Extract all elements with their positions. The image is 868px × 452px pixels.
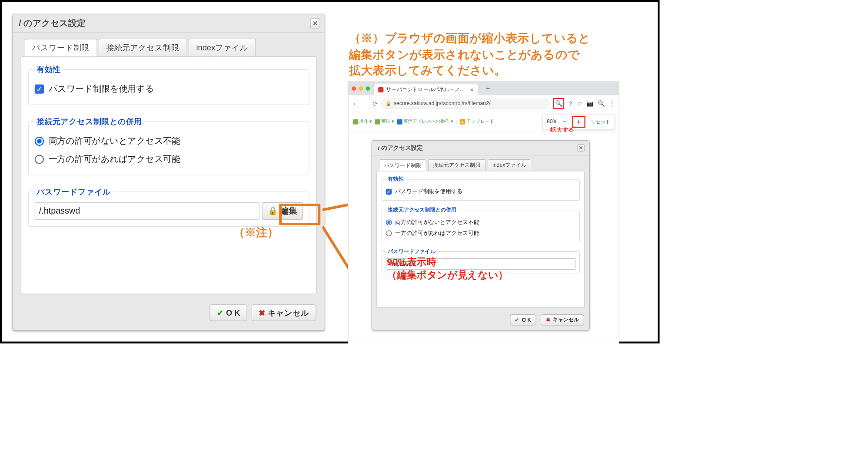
toolbar-item[interactable]: 🟩 整理 ▾: [375, 119, 394, 125]
red-note-line: （編集ボタンが見えない）: [387, 268, 508, 281]
url-field[interactable]: 🔒 secure.sakura.ad.jp/rscontrol/rs/filem…: [381, 99, 550, 109]
tab-password-limit[interactable]: パスワード制限: [25, 39, 97, 56]
toolbar-item[interactable]: 🟩 操作 ▾: [353, 119, 372, 125]
checkbox-label: パスワード制限を使用する: [395, 188, 462, 195]
magnifier-icon[interactable]: 🔍: [555, 100, 562, 107]
ok-button[interactable]: ✔ O K: [210, 304, 247, 321]
app-toolbar: 🟩 操作 ▾ 🟩 整理 ▾ 🟦 表示アドレスへの操作 ▾ | 🔼 アップロード …: [349, 112, 619, 132]
back-icon[interactable]: ←: [353, 100, 359, 107]
ok-button[interactable]: ✔ O K: [510, 314, 536, 325]
red-note-line: 90%表示時: [387, 255, 508, 268]
toolbar-item[interactable]: 🔼 アップロード: [459, 119, 494, 125]
cancel-button[interactable]: ✖ キャンセル: [252, 304, 316, 321]
group-combined-access: 接続元アクセス制限との併用 両方の許可がないとアクセス不能 一方の許可があればア…: [28, 116, 309, 175]
star-icon[interactable]: ☆: [577, 100, 582, 107]
toolbar-item[interactable]: 🟦 表示アドレスへの操作 ▾: [397, 119, 453, 125]
tab-password-limit[interactable]: パスワード制限: [379, 159, 426, 171]
dialog-body: 有効性 ✓ パスワード制限を使用する 接続元アクセス制限との併用 両方の許可がな…: [21, 56, 317, 294]
radio-icon: [386, 219, 392, 225]
tabs: パスワード制限 接続元アクセス制限 indexファイル: [372, 155, 589, 171]
close-icon[interactable]: ✕: [577, 144, 585, 152]
radio-icon: [35, 136, 44, 145]
tab-index-file[interactable]: indexファイル: [488, 159, 532, 171]
radio-both-required[interactable]: 両方の許可がないとアクセス不能: [386, 217, 575, 228]
annotation-line: 拡大表示してみてください。: [349, 63, 620, 79]
group-legend: 接続元アクセス制限との併用: [386, 207, 459, 214]
checkbox-icon: ✓: [35, 84, 44, 93]
browser-address-bar: ← → ⟳ 🔒 secure.sakura.ad.jp/rscontrol/rs…: [349, 96, 619, 112]
cancel-label: キャンセル: [268, 307, 309, 318]
checkbox-use-password[interactable]: ✓ パスワード制限を使用する: [386, 186, 575, 197]
tab-source-access[interactable]: 接続元アクセス制限: [428, 159, 486, 171]
group-legend: 接続元アクセス制限との併用: [35, 116, 144, 127]
camera-icon[interactable]: 📷: [586, 100, 594, 107]
zoom-out-icon[interactable]: −: [562, 118, 567, 126]
dialog-footer: ✔ O K ✖ キャンセル: [13, 299, 325, 327]
group-effectiveness: 有効性 ✓ パスワード制限を使用する: [28, 64, 309, 105]
forward-icon[interactable]: →: [362, 100, 369, 107]
url-text: secure.sakura.ad.jp/rscontrol/rs/fileman…: [394, 101, 490, 107]
dialog-title: / のアクセス設定: [378, 144, 422, 152]
ok-label: O K: [226, 308, 240, 317]
radio-label: 一方の許可があればアクセス可能: [49, 153, 180, 165]
access-settings-dialog: / のアクセス設定 ✕ パスワード制限 接続元アクセス制限 indexファイル …: [13, 14, 325, 331]
radio-either-allowed[interactable]: 一方の許可があればアクセス可能: [386, 228, 575, 238]
edit-button[interactable]: 🔒 編集: [262, 202, 303, 220]
checkbox-icon: ✓: [386, 188, 392, 195]
group-combined-access: 接続元アクセス制限との併用 両方の許可がないとアクセス不能 一方の許可があればア…: [382, 207, 580, 242]
cancel-button[interactable]: ✖ キャンセル: [541, 314, 584, 325]
address-right-icons: 🔍 ⇪ ☆ 📷 🔍 ⋮: [553, 98, 615, 109]
ok-label: O K: [522, 317, 531, 323]
edit-button-label: 編集: [280, 205, 297, 217]
group-legend: 有効性: [386, 176, 406, 183]
radio-label: 両方の許可がないとアクセス不能: [49, 135, 180, 147]
tab-index-file[interactable]: indexファイル: [189, 39, 256, 56]
toolbar-left: 🟩 操作 ▾ 🟩 整理 ▾ 🟦 表示アドレスへの操作 ▾ | 🔼 アップロード: [353, 119, 494, 125]
x-icon: ✖: [259, 308, 265, 317]
browser-content: / のアクセス設定 ✕ パスワード制限 接続元アクセス制限 indexファイル …: [349, 132, 619, 343]
dialog-title: / のアクセス設定: [19, 17, 85, 29]
radio-label: 両方の許可がないとアクセス不能: [395, 218, 479, 226]
tab-source-access[interactable]: 接続元アクセス制限: [99, 39, 186, 56]
radio-either-allowed[interactable]: 一方の許可があればアクセス可能: [35, 150, 303, 168]
x-icon: ✖: [546, 317, 550, 323]
reload-icon[interactable]: ⟳: [372, 100, 378, 108]
favicon-icon: [378, 87, 383, 92]
group-legend: パスワードファイル: [386, 248, 438, 255]
browser-tabbar: サーバコントロールパネル - フ… × ＋: [349, 82, 619, 96]
lock-icon: 🔒: [386, 101, 391, 106]
dialog-footer: ✔ O K ✖ キャンセル: [372, 311, 589, 330]
red-note: 90%表示時 （編集ボタンが見えない）: [387, 255, 508, 281]
zoom-value: 90%: [547, 119, 557, 125]
menu-icon[interactable]: ⋮: [609, 100, 615, 107]
search-icon[interactable]: 🔍: [598, 100, 605, 107]
maximize-dot-icon[interactable]: [366, 86, 370, 91]
check-icon: ✔: [515, 317, 519, 323]
password-file-input[interactable]: /.htpasswd: [35, 202, 259, 220]
close-icon[interactable]: ✕: [310, 18, 320, 28]
lock-icon: 🔒: [268, 206, 278, 215]
browser-tab[interactable]: サーバコントロールパネル - フ… ×: [373, 84, 478, 95]
note-label: （※注）: [233, 225, 278, 240]
group-legend: パスワードファイル: [35, 186, 113, 197]
minimize-dot-icon[interactable]: [359, 86, 363, 91]
check-icon: ✔: [217, 308, 223, 317]
radio-icon: [386, 230, 392, 236]
close-dot-icon[interactable]: [352, 86, 356, 91]
radio-label: 一方の許可があればアクセス可能: [395, 229, 479, 237]
dialog-body: 有効性 ✓ パスワード制限を使用する 接続元アクセス制限との併用 両方の許可がな…: [376, 171, 585, 308]
checkbox-label: パスワード制限を使用する: [49, 83, 154, 95]
access-settings-dialog-small: / のアクセス設定 ✕ パスワード制限 接続元アクセス制限 indexファイル …: [372, 140, 590, 330]
share-icon[interactable]: ⇪: [568, 100, 573, 107]
dialog-titlebar: / のアクセス設定 ✕: [13, 14, 325, 33]
window-controls: [352, 86, 370, 91]
radio-icon: [35, 155, 44, 164]
checkbox-use-password[interactable]: ✓ パスワード制限を使用する: [35, 80, 303, 98]
annotation-line: 編集ボタンが表示されないことがあるので: [349, 46, 620, 63]
radio-both-required[interactable]: 両方の許可がないとアクセス不能: [35, 132, 303, 150]
tabs: パスワード制限 接続元アクセス制限 indexファイル: [13, 33, 325, 56]
tab-close-icon[interactable]: ×: [470, 87, 473, 93]
annotation-text: （※）ブラウザの画面が縮小表示していると 編集ボタンが表示されないことがあるので…: [349, 30, 620, 79]
new-tab-icon[interactable]: ＋: [484, 83, 492, 93]
zoom-reset[interactable]: リセット: [591, 119, 611, 125]
